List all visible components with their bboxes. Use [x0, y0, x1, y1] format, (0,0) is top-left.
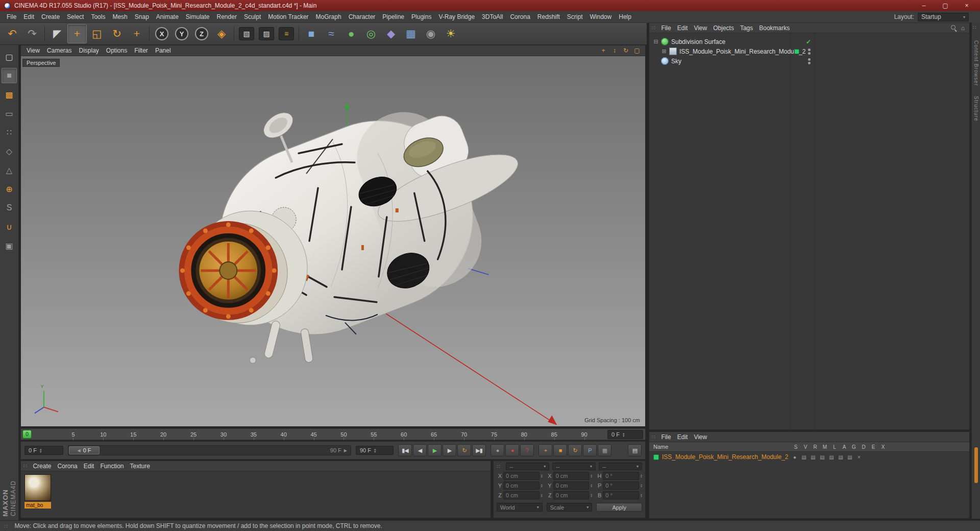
- size-header-dropdown[interactable]: -- ▾: [552, 463, 596, 470]
- current-frame-marker[interactable]: 0: [22, 430, 32, 439]
- layer-manager-menu-item[interactable]: View: [691, 433, 710, 441]
- layer-solo-toggle[interactable]: ●: [792, 454, 797, 460]
- rotate-tool[interactable]: ↻: [107, 24, 127, 43]
- end-frame-spinner[interactable]: 90 F ▴▾: [356, 446, 394, 455]
- pan-view-icon[interactable]: +: [599, 46, 608, 55]
- spinner-arrows-icon[interactable]: ▴▾: [641, 484, 642, 488]
- live-selection-tool[interactable]: ◤: [47, 24, 67, 43]
- layer-generators-toggle[interactable]: ▤: [847, 454, 852, 460]
- menu-item[interactable]: Plugins: [408, 12, 435, 21]
- camera-view-label[interactable]: Perspective: [22, 59, 60, 67]
- next-frame-button[interactable]: ▶: [443, 444, 456, 456]
- object-row[interactable]: Sky: [649, 56, 969, 66]
- spinner-arrows-icon[interactable]: ▴▾: [623, 432, 625, 437]
- viewport-menu-item[interactable]: Filter: [131, 46, 152, 55]
- coordinate-system-button[interactable]: ◈: [212, 24, 231, 43]
- viewport-menu-item[interactable]: Display: [75, 46, 102, 55]
- viewport-solo-button[interactable]: S: [2, 200, 17, 215]
- undo-icon[interactable]: ↶: [3, 24, 22, 43]
- add-environment-button[interactable]: ▦: [401, 24, 421, 43]
- add-spline-button[interactable]: ≈: [322, 24, 341, 43]
- object-manager-menu-item[interactable]: Objects: [710, 24, 737, 32]
- menu-item[interactable]: Sculpt: [240, 12, 264, 21]
- material-menu-item[interactable]: Texture: [127, 462, 153, 470]
- panel-grip-icon[interactable]: ∷: [652, 25, 655, 31]
- current-frame-spinner[interactable]: 0 F ▴▾: [607, 430, 643, 439]
- power-slider-handle[interactable]: ◀ 0 F: [69, 446, 100, 454]
- spinner-arrows-icon[interactable]: ▴▾: [40, 448, 42, 453]
- scale-tool[interactable]: ◱: [87, 24, 107, 43]
- menu-item[interactable]: Script: [564, 12, 586, 21]
- layer-manager-menu-item[interactable]: File: [658, 433, 674, 441]
- layer-name[interactable]: ISS_Module_Poisk_Mini_Research_Module_2: [662, 453, 788, 461]
- layout-dropdown[interactable]: Startup ▾: [918, 13, 969, 21]
- maximize-button[interactable]: ▢: [939, 2, 951, 9]
- key-rotation-button[interactable]: ↻: [568, 444, 582, 456]
- layer-render-toggle[interactable]: ▤: [811, 454, 816, 460]
- material-name[interactable]: mat_bo: [24, 502, 51, 509]
- rotation-field[interactable]: 0 °: [603, 472, 639, 480]
- search-icon[interactable]: [950, 25, 957, 31]
- material-menu-item[interactable]: Create: [30, 462, 54, 470]
- enabled-check-icon[interactable]: ✓: [806, 38, 811, 45]
- add-primitive-button[interactable]: ■: [302, 24, 321, 43]
- menu-item[interactable]: Tools: [87, 12, 109, 21]
- menu-item[interactable]: V-Ray Bridge: [435, 12, 478, 21]
- render-view-button[interactable]: ▧: [237, 24, 256, 43]
- menu-item[interactable]: Help: [615, 12, 635, 21]
- menu-item[interactable]: Select: [63, 12, 87, 21]
- panel-grip-icon[interactable]: ∷: [497, 464, 500, 469]
- points-mode-button[interactable]: ∷: [2, 125, 17, 140]
- workplane-mode-button[interactable]: ▭: [2, 106, 17, 121]
- material-menu-item[interactable]: Function: [97, 462, 127, 470]
- edges-mode-button[interactable]: ◇: [2, 143, 17, 159]
- object-name[interactable]: Sky: [671, 58, 681, 65]
- toggle-active-view-icon[interactable]: ▢: [632, 46, 642, 55]
- panel-grip-icon[interactable]: ∷: [23, 463, 27, 469]
- rotation-field[interactable]: 0 °: [603, 491, 639, 499]
- polygons-mode-button[interactable]: △: [2, 162, 17, 178]
- viewport-menu-item[interactable]: Cameras: [43, 46, 76, 55]
- enable-axis-button[interactable]: ⊕: [2, 181, 17, 197]
- position-field[interactable]: 0 cm: [503, 472, 540, 480]
- expander-icon[interactable]: ⊞: [660, 48, 668, 55]
- menu-item[interactable]: Corona: [506, 12, 533, 21]
- viewport-canvas[interactable]: Y Perspective Grid Spacing : 100 cm: [21, 56, 645, 426]
- home-icon[interactable]: ⌂: [961, 25, 965, 32]
- play-button[interactable]: ▶: [428, 444, 442, 456]
- object-manager-menu-item[interactable]: File: [658, 24, 674, 32]
- start-frame-spinner[interactable]: 0 F ▴▾: [24, 446, 63, 455]
- spinner-arrows-icon[interactable]: ▴▾: [541, 474, 543, 478]
- spinner-arrows-icon[interactable]: ▴▾: [591, 484, 592, 488]
- menu-item[interactable]: Render: [213, 12, 240, 21]
- spinner-arrows-icon[interactable]: ▴▾: [541, 484, 543, 488]
- redo-icon[interactable]: ↷: [22, 24, 42, 43]
- spinner-arrows-icon[interactable]: ▴▾: [541, 493, 543, 497]
- position-header-dropdown[interactable]: -- ▾: [506, 463, 549, 470]
- position-field[interactable]: 0 cm: [503, 491, 540, 499]
- panel-grip-icon[interactable]: ∷: [973, 25, 976, 30]
- menu-item[interactable]: Animate: [153, 12, 182, 21]
- powerslider-options-button[interactable]: ▤: [628, 444, 642, 456]
- menu-item[interactable]: Simulate: [182, 12, 213, 21]
- layer-lock-toggle[interactable]: ▤: [829, 454, 834, 460]
- move-tool[interactable]: +: [67, 24, 87, 43]
- size-field[interactable]: 0 cm: [553, 491, 590, 499]
- size-field[interactable]: 0 cm: [553, 472, 590, 480]
- menu-item[interactable]: Redshift: [534, 12, 564, 21]
- menu-item[interactable]: Character: [345, 12, 379, 21]
- material-thumbnail[interactable]: [24, 474, 51, 501]
- last-used-tool[interactable]: +: [127, 24, 146, 43]
- key-position-button[interactable]: +: [538, 444, 552, 456]
- object-row[interactable]: ⊞ ISS_Module_Poisk_Mini_Research_Module_…: [649, 46, 969, 56]
- power-slider-end[interactable]: 90 F ▶: [330, 447, 347, 453]
- layer-animation-toggle[interactable]: ▤: [838, 454, 843, 460]
- dock-tab[interactable]: Content Browser: [973, 40, 979, 86]
- object-manager-menu-item[interactable]: Tags: [737, 24, 756, 32]
- add-generator-button[interactable]: ●: [341, 24, 361, 43]
- lock-workplane-button[interactable]: ▣: [2, 238, 17, 253]
- menu-item[interactable]: Pipeline: [379, 12, 408, 21]
- menu-item[interactable]: MoGraph: [312, 12, 345, 21]
- rotation-field[interactable]: 0 °: [603, 481, 639, 490]
- spinner-arrows-icon[interactable]: ▴▾: [591, 493, 592, 497]
